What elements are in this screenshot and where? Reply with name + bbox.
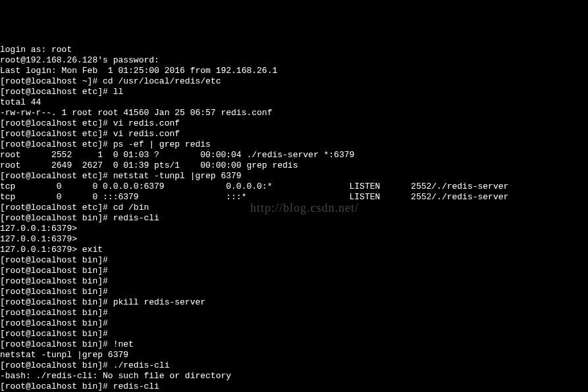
terminal-line: [root@localhost bin]# <box>0 255 588 266</box>
terminal-line: [root@localhost bin]# <box>0 308 588 318</box>
terminal-line: [root@localhost etc]# netstat -tunpl |gr… <box>0 171 588 182</box>
terminal-line: root 2649 2627 0 01:39 pts/1 00:00:00 gr… <box>0 160 588 171</box>
terminal-line: tcp 0 0 0.0.0.0:6379 0.0.0.0:* LISTEN 25… <box>0 182 588 192</box>
terminal-output[interactable]: login as: rootroot@192.168.26.128's pass… <box>0 45 588 392</box>
terminal-line: -rw-rw-r--. 1 root root 41560 Jan 25 06:… <box>0 108 588 118</box>
terminal-line: [root@localhost bin]# redis-cli <box>0 381 588 392</box>
terminal-line: [root@localhost etc]# cd /bin <box>0 203 588 213</box>
terminal-line: Last login: Mon Feb 1 01:25:00 2016 from… <box>0 66 588 76</box>
terminal-line: 127.0.0.1:6379> <box>0 234 588 245</box>
terminal-line: total 44 <box>0 97 588 108</box>
terminal-line: tcp 0 0 :::6379 :::* LISTEN 2552/./redis… <box>0 192 588 203</box>
terminal-line: [root@localhost bin]# <box>0 266 588 276</box>
terminal-line: [root@localhost bin]# <box>0 287 588 297</box>
terminal-line: 127.0.0.1:6379> <box>0 224 588 234</box>
terminal-line: [root@localhost bin]# !net <box>0 339 588 350</box>
terminal-line: [root@localhost bin]# <box>0 318 588 329</box>
terminal-line: -bash: ./redis-cli: No such file or dire… <box>0 371 588 381</box>
terminal-line: [root@localhost bin]# redis-cli <box>0 213 588 224</box>
terminal-line: [root@localhost bin]# <box>0 276 588 287</box>
terminal-line: [root@localhost bin]# pkill redis-server <box>0 297 588 308</box>
terminal-line: [root@localhost etc]# ps -ef | grep redi… <box>0 139 588 150</box>
terminal-line: login as: root <box>0 45 588 55</box>
terminal-line: [root@localhost ~]# cd /usr/local/redis/… <box>0 76 588 87</box>
terminal-line: [root@localhost etc]# ll <box>0 87 588 97</box>
terminal-line: netstat -tunpl |grep 6379 <box>0 350 588 360</box>
terminal-line: [root@localhost etc]# vi redis.conf <box>0 118 588 129</box>
terminal-line: [root@localhost etc]# vi redis.conf <box>0 129 588 139</box>
terminal-line: [root@localhost bin]# ./redis-cli <box>0 360 588 371</box>
terminal-line: [root@localhost bin]# <box>0 329 588 339</box>
terminal-line: root 2552 1 0 01:03 ? 00:00:04 ./redis-s… <box>0 150 588 160</box>
terminal-line: 127.0.0.1:6379> exit <box>0 245 588 255</box>
terminal-line: root@192.168.26.128's password: <box>0 55 588 66</box>
